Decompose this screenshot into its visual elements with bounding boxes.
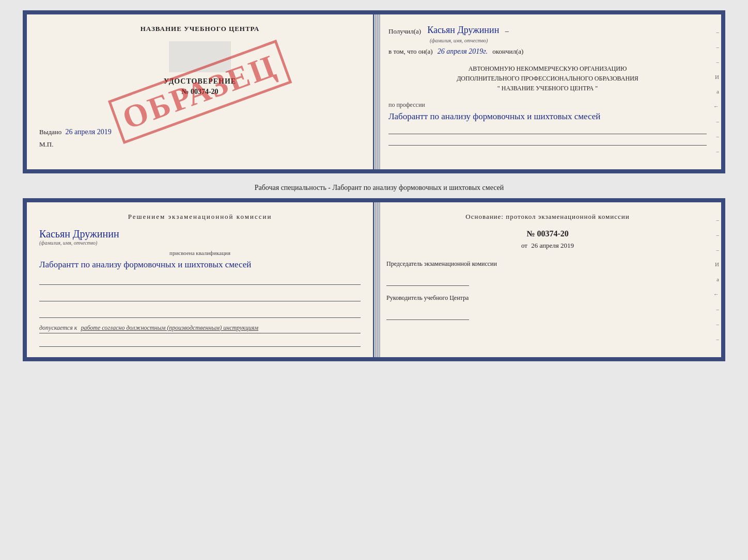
bottom-certificate-card: Решением экзаменационной комиссии Касьян… xyxy=(23,198,725,361)
cert-number: № 00374-20 xyxy=(39,88,361,96)
right-edge-marks: – – – И а ← – – – xyxy=(711,25,719,159)
sig-line-2 xyxy=(39,292,361,301)
dopuskaetsya-line: допускается к работе согласно должностны… xyxy=(39,324,361,333)
mp-label: М.П. xyxy=(39,140,361,149)
bottom-left-panel: Решением экзаменационной комиссии Касьян… xyxy=(27,202,374,357)
fio-sublabel: (фамилия, имя, отчество) xyxy=(430,38,707,43)
org-block: АВТОНОМНУЮ НЕКОММЕРЧЕСКУЮ ОРГАНИЗАЦИЮ ДО… xyxy=(388,64,707,94)
top-left-panel: НАЗВАНИЕ УЧЕБНОГО ЦЕНТРА УДОСТОВЕРЕНИЕ №… xyxy=(27,14,374,169)
vtom-line: в том, что он(а) 26 апреля 2019г. окончи… xyxy=(388,47,707,56)
profession-text-top: Лаборантт по анализу формовочных и шихто… xyxy=(388,110,707,123)
predsedatel-label: Председатель экзаменационной комиссии xyxy=(386,259,709,268)
poluchil-line: Получил(а) Касьян Дружинин – xyxy=(388,25,707,36)
prisvoyena-label: присвоена квалификация xyxy=(39,250,361,256)
right-edge-marks-bottom: – – – И а ← – – – xyxy=(711,213,719,347)
fio-sublabel-bottom: (фамилия, имя, отчество) xyxy=(39,240,361,246)
sig-line-3 xyxy=(39,309,361,318)
issued-block: Выдано 26 апреля 2019 xyxy=(39,127,361,136)
certificate-photo-placeholder xyxy=(169,41,231,72)
sig-line-1 xyxy=(39,276,361,285)
specialty-caption: Рабочая специальность - Лаборант по анал… xyxy=(255,184,504,192)
recipient-name-bottom: Касьян Дружинин xyxy=(39,228,361,240)
issued-date: 26 апреля 2019 xyxy=(66,128,112,136)
cert-label: УДОСТОВЕРЕНИЕ xyxy=(39,77,361,86)
protocol-number: № 00374-20 xyxy=(386,229,709,238)
school-title: НАЗВАНИЕ УЧЕБНОГО ЦЕНТРА xyxy=(39,25,361,33)
top-right-panel: Получил(а) Касьян Дружинин – (фамилия, и… xyxy=(374,14,721,169)
dash-sep: – xyxy=(503,27,509,36)
rukovoditel-block: Руководитель учебного Центра xyxy=(386,293,709,320)
vtom-date: 26 апреля 2019г. xyxy=(438,47,488,55)
top-certificate-card: НАЗВАНИЕ УЧЕБНОГО ЦЕНТРА УДОСТОВЕРЕНИЕ №… xyxy=(23,10,725,173)
sig-line-4 xyxy=(39,338,361,347)
osnovaniye-title: Основание: протокол экзаменационной коми… xyxy=(386,213,709,221)
underline-1 xyxy=(388,125,707,134)
recipient-name-top: Касьян Дружинин xyxy=(427,25,499,36)
bottom-right-panel: Основание: протокол экзаменационной коми… xyxy=(374,202,721,357)
issued-label: Выдано 26 апреля 2019 xyxy=(39,123,112,136)
ot-date: от 26 апреля 2019 xyxy=(386,242,709,250)
predsedatel-block: Председатель экзаменационной комиссии xyxy=(386,259,709,286)
po-professii-label: по профессии xyxy=(388,101,707,109)
qualification-text: Лаборантт по анализу формовочных и шихто… xyxy=(39,258,361,271)
poluchil-label: Получил(а) xyxy=(388,27,421,36)
underline-2 xyxy=(388,136,707,146)
rukovoditel-label: Руководитель учебного Центра xyxy=(386,293,709,302)
rukovoditel-sig-line xyxy=(386,308,469,320)
predsedatel-sig-line xyxy=(386,274,469,286)
signature-lines-left xyxy=(39,276,361,318)
resheniem-title: Решением экзаменационной комиссии xyxy=(39,213,361,221)
dopuskaetsya-text: работе согласно должностным (производств… xyxy=(81,324,258,331)
